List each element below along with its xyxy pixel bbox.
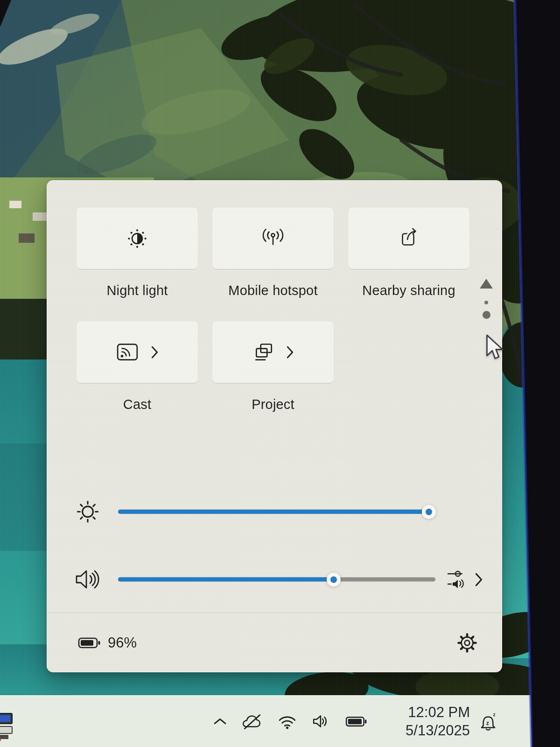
page-indicator (479, 279, 493, 319)
onedrive-paused-icon[interactable] (242, 712, 262, 730)
cast-expand-chevron-icon[interactable] (151, 345, 159, 359)
project-expand-chevron-icon[interactable] (286, 345, 294, 359)
brightness-slider[interactable] (118, 510, 435, 514)
volume-icon (74, 568, 103, 591)
audio-output-chevron-icon (475, 572, 483, 587)
panel-footer: 96% (47, 613, 502, 672)
cast-icon (116, 343, 140, 362)
photographed-monitor: Night light (0, 0, 560, 747)
audio-output-selector[interactable] (447, 570, 483, 589)
project-label: Project (252, 397, 294, 412)
settings-gear-icon[interactable] (457, 633, 477, 653)
do-not-disturb-bell-icon[interactable]: z z (477, 711, 499, 732)
tray-battery-icon[interactable] (345, 716, 367, 727)
night-light-label: Night light (106, 283, 168, 298)
cast-label: Cast (123, 397, 151, 412)
wifi-icon[interactable] (278, 714, 297, 729)
project-tile[interactable] (213, 322, 333, 383)
clock-time: 12:02 PM (393, 703, 470, 721)
volume-slider-fill (118, 578, 334, 582)
volume-slider-thumb[interactable] (327, 572, 341, 586)
battery-percent: 96% (108, 634, 137, 651)
project-icon (252, 343, 275, 362)
mobile-hotspot-tile[interactable] (213, 208, 333, 269)
taskbar-clock[interactable]: 12:02 PM 5/13/2025 (393, 703, 470, 740)
mobile-hotspot-label: Mobile hotspot (228, 283, 317, 298)
audio-mixer-icon (447, 570, 467, 589)
clock-date: 5/13/2025 (393, 721, 470, 740)
battery-status[interactable]: 96% (78, 634, 137, 651)
night-light-icon (124, 226, 150, 252)
tray-volume-icon[interactable] (312, 714, 330, 729)
night-light-tile[interactable] (77, 208, 197, 269)
volume-row (47, 564, 502, 594)
quick-actions-grid: Night light (77, 208, 469, 412)
scroll-up-arrow[interactable] (480, 279, 493, 289)
system-tray (214, 696, 367, 747)
brightness-icon (74, 498, 101, 525)
desktop-screen: Night light (0, 0, 534, 747)
svg-text:z: z (486, 720, 489, 726)
battery-icon (78, 636, 101, 650)
partial-desktop-icon[interactable] (0, 712, 17, 746)
mobile-hotspot-icon (259, 228, 287, 249)
cast-tile[interactable] (77, 322, 197, 383)
page-dot-active (483, 311, 490, 319)
brightness-row (47, 497, 502, 527)
quick-settings-panel: Night light (47, 180, 502, 672)
page-dot-inactive (484, 301, 488, 304)
tray-overflow-chevron-icon[interactable] (214, 718, 226, 725)
volume-slider[interactable] (118, 578, 435, 582)
brightness-slider-thumb[interactable] (422, 505, 436, 519)
taskbar: 12:02 PM 5/13/2025 z z (0, 695, 534, 747)
nearby-sharing-icon (397, 226, 421, 251)
svg-text:z: z (493, 712, 495, 717)
nearby-sharing-tile[interactable] (349, 208, 469, 269)
brightness-slider-fill (118, 510, 429, 514)
nearby-sharing-label: Nearby sharing (362, 283, 455, 298)
